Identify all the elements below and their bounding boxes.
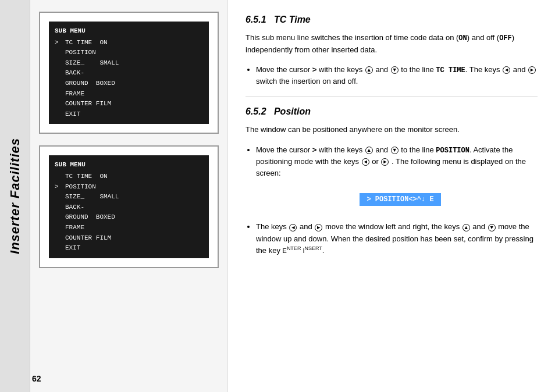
section-652: 6.5.2 Position The window can be positio… bbox=[246, 106, 538, 256]
menu-item-counter-1: COUNTER FILM bbox=[55, 99, 203, 109]
menu-item-text-5: GROUND BOXED bbox=[65, 79, 115, 89]
section-652-intro: The window can be positioned anywhere on… bbox=[246, 124, 538, 136]
menu-item-size-2: SIZE_ SMALL bbox=[55, 192, 203, 202]
section-divider bbox=[246, 97, 538, 97]
menu-item-tc-time-1: > TC TIME ON bbox=[55, 38, 203, 48]
section-652-heading: Position bbox=[274, 106, 311, 116]
menu-item-tc-time-2: TC TIME ON bbox=[55, 172, 203, 182]
position-code: POSITION bbox=[436, 147, 469, 155]
section-651-bullets: Move the cursor > with the keys ▲ and ▼ … bbox=[256, 64, 538, 88]
arrow-14 bbox=[55, 223, 62, 233]
arrow-16 bbox=[55, 243, 62, 254]
key-right-1: ► bbox=[528, 66, 536, 74]
bullet-652-2: The keys ◄ and ► move the window left an… bbox=[256, 221, 538, 256]
menu-item-frame-1: FRAME bbox=[55, 89, 203, 99]
menu-item-back-2: BACK- bbox=[55, 202, 203, 213]
key-up-1: ▲ bbox=[365, 66, 373, 74]
key-down-3: ▼ bbox=[488, 224, 496, 231]
key-down-1: ▼ bbox=[391, 66, 399, 74]
menu-item-text-3: SIZE_ SMALL bbox=[65, 58, 119, 69]
page-number: 62 bbox=[32, 374, 41, 383]
arrow-5 bbox=[55, 79, 62, 89]
key-left-3: ◄ bbox=[289, 224, 297, 231]
sub-menu-display-1: SUB MENU > TC TIME ON POSITION SIZE_ SMA… bbox=[49, 22, 209, 124]
menu-header-1: SUB MENU bbox=[55, 26, 203, 37]
section-652-title: 6.5.2 Position bbox=[246, 106, 538, 117]
key-up-3: ▲ bbox=[462, 224, 470, 231]
section-651-number: 6.5.1 bbox=[246, 15, 266, 24]
menu-item-text-4: BACK- bbox=[65, 68, 84, 79]
arrow-9 bbox=[55, 172, 62, 182]
arrow-1: > bbox=[55, 38, 62, 48]
arrow-15 bbox=[55, 233, 62, 244]
menu-item-size-1: SIZE_ SMALL bbox=[55, 58, 203, 69]
sidebar-title: Inserter Facilities bbox=[8, 138, 23, 254]
bullet-651-1: Move the cursor > with the keys ▲ and ▼ … bbox=[256, 64, 538, 88]
key-up-2: ▲ bbox=[365, 147, 373, 154]
bullet-652-1: Move the cursor > with the keys ▲ and ▼ … bbox=[256, 144, 538, 180]
menu-item-counter-2: COUNTER FILM bbox=[55, 233, 203, 244]
menu-item-text-11: SIZE_ SMALL bbox=[65, 192, 119, 202]
position-bar-display: > POSITION<>^↓ E bbox=[360, 193, 440, 206]
section-652-bullets: Move the cursor > with the keys ▲ and ▼ … bbox=[256, 144, 538, 180]
arrow-2 bbox=[55, 48, 62, 58]
section-652-bullets-2: The keys ◄ and ► move the window left an… bbox=[256, 221, 538, 256]
section-651-title: 6.5.1 TC Time bbox=[246, 15, 538, 25]
arrow-4 bbox=[55, 68, 62, 79]
arrow-12 bbox=[55, 202, 62, 213]
menu-item-back-1: BACK- bbox=[55, 68, 203, 79]
menu-item-text-14: FRAME bbox=[65, 223, 84, 233]
key-left-2: ◄ bbox=[362, 158, 369, 166]
arrow-11 bbox=[55, 192, 62, 202]
left-panel: SUB MENU > TC TIME ON POSITION SIZE_ SMA… bbox=[30, 0, 228, 392]
menu-item-text-8: EXIT bbox=[65, 109, 80, 120]
menu-item-text-12: BACK- bbox=[65, 202, 84, 213]
menu-item-text-6: FRAME bbox=[65, 89, 84, 99]
menu-item-exit-2: EXIT bbox=[55, 243, 203, 254]
arrow-7 bbox=[55, 99, 62, 109]
menu-header-2: SUB MENU bbox=[55, 160, 203, 170]
on-code: ON bbox=[458, 34, 467, 42]
menu-item-text-1: TC TIME ON bbox=[65, 38, 108, 48]
enter-insert-key: ENTER INSERT bbox=[283, 247, 322, 254]
key-right-2: ► bbox=[381, 158, 389, 166]
section-652-number: 6.5.2 bbox=[246, 106, 266, 116]
screen-box-1: SUB MENU > TC TIME ON POSITION SIZE_ SMA… bbox=[39, 12, 219, 134]
section-651-heading: TC Time bbox=[274, 15, 311, 24]
menu-item-exit-1: EXIT bbox=[55, 109, 203, 120]
arrow-6 bbox=[55, 89, 62, 99]
key-left-1: ◄ bbox=[503, 66, 510, 74]
menu-item-ground-1: GROUND BOXED bbox=[55, 79, 203, 89]
key-right-3: ► bbox=[315, 224, 322, 231]
arrow-13 bbox=[55, 212, 62, 223]
arrow-3 bbox=[55, 58, 62, 69]
screen-box-2: SUB MENU TC TIME ON > POSITION SIZE_ SMA… bbox=[39, 145, 219, 268]
menu-item-text-10: POSITION bbox=[65, 182, 96, 193]
menu-item-text-16: EXIT bbox=[65, 243, 80, 254]
menu-item-frame-2: FRAME bbox=[55, 223, 203, 233]
tc-time-code: TC TIME bbox=[436, 66, 465, 74]
menu-item-position-2: > POSITION bbox=[55, 182, 203, 193]
section-651: 6.5.1 TC Time This sub menu line switche… bbox=[246, 15, 538, 87]
menu-item-text-13: GROUND BOXED bbox=[65, 212, 115, 223]
menu-item-text-9: TC TIME ON bbox=[65, 172, 108, 182]
menu-item-text-2: POSITION bbox=[65, 48, 96, 58]
section-651-intro: This sub menu line switches the insertio… bbox=[246, 32, 538, 56]
arrow-8 bbox=[55, 109, 62, 120]
sub-menu-display-2: SUB MENU TC TIME ON > POSITION SIZE_ SMA… bbox=[49, 155, 209, 258]
arrow-10: > bbox=[55, 182, 62, 193]
sidebar: Inserter Facilities bbox=[0, 0, 30, 392]
menu-item-ground-2: GROUND BOXED bbox=[55, 212, 203, 223]
key-down-2: ▼ bbox=[391, 147, 399, 154]
menu-item-position-1: POSITION bbox=[55, 48, 203, 58]
content-panel: 6.5.1 TC Time This sub menu line switche… bbox=[228, 0, 555, 392]
off-code: OFF bbox=[499, 34, 512, 42]
menu-item-text-15: COUNTER FILM bbox=[65, 233, 111, 244]
menu-item-text-7: COUNTER FILM bbox=[65, 99, 111, 109]
